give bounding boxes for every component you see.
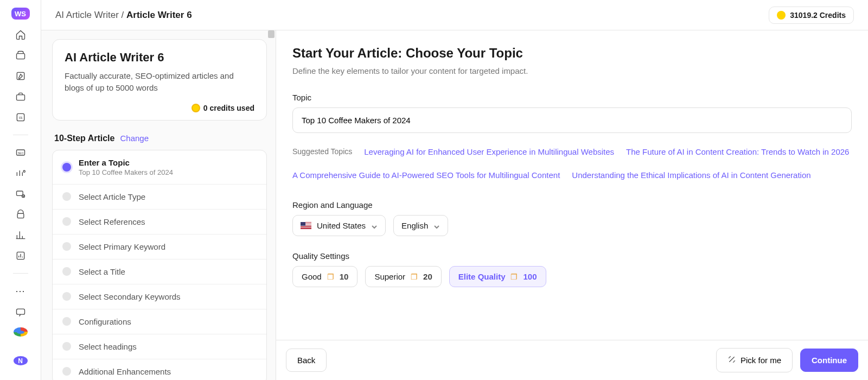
step-row[interactable]: Enter a TopicTop 10 Coffee Makers of 202…: [53, 150, 266, 185]
edit-icon[interactable]: [15, 71, 27, 81]
chevron-down-icon: [433, 223, 440, 229]
sidebar-nav: WS cs SEO ⋯ N: [0, 0, 41, 380]
continue-button[interactable]: Continue: [800, 349, 858, 372]
home-icon[interactable]: [15, 29, 27, 40]
seo-icon[interactable]: SEO: [15, 147, 27, 158]
credits-pill[interactable]: 31019.2 Credits: [769, 7, 854, 24]
chevron-down-icon: [371, 223, 378, 229]
step-row[interactable]: Select Article Type: [53, 185, 266, 210]
step-bullet-icon: [62, 217, 71, 226]
more-icon[interactable]: ⋯: [15, 285, 26, 297]
change-link[interactable]: Change: [120, 134, 149, 143]
wand-icon: [727, 355, 736, 365]
product-card: AI Article Writer 6 Factually accurate, …: [52, 39, 267, 121]
suggested-topic-link[interactable]: Leveraging AI for Enhanced User Experien…: [364, 143, 614, 161]
svg-rect-2: [16, 95, 24, 100]
stack-icon: ❐: [510, 273, 518, 281]
app-logo[interactable]: WS: [11, 8, 30, 20]
steps-header: 10-Step Article Change: [52, 131, 267, 150]
quality-name: Good: [302, 272, 322, 281]
coin-icon: [192, 104, 200, 112]
step-row[interactable]: Select headings: [53, 334, 266, 359]
suggested-topics: Suggested Topics Leveraging AI for Enhan…: [292, 143, 852, 184]
topic-label: Topic: [292, 93, 852, 102]
quality-cost: 20: [423, 272, 432, 281]
cart-check-icon[interactable]: [15, 188, 27, 199]
suggested-label: Suggested Topics: [292, 143, 352, 160]
step-bullet-icon: [62, 317, 71, 326]
nav-divider: [13, 135, 28, 135]
step-bullet-icon: [62, 163, 71, 172]
product-title: AI Article Writer 6: [65, 50, 254, 65]
step-bullet-icon: [62, 292, 71, 301]
step-label: Select References: [79, 217, 145, 226]
svg-rect-0: [16, 54, 24, 59]
step-label: Additional Enhancements: [79, 367, 171, 376]
chat-icon[interactable]: [15, 307, 27, 318]
step-row[interactable]: Select References: [53, 210, 266, 235]
us-flag-icon: [301, 222, 311, 230]
quality-options: Good❐10Superior❐20Elite Quality❐100: [292, 266, 852, 287]
pick-for-me-button[interactable]: Pick for me: [716, 348, 793, 372]
step-row[interactable]: Select Primary Keyword: [53, 235, 266, 259]
step-label: Select Secondary Keywords: [79, 292, 181, 301]
country-dropdown[interactable]: United States: [292, 215, 386, 236]
svg-text:cs: cs: [18, 116, 22, 119]
quality-option[interactable]: Superior❐20: [365, 266, 441, 287]
step-bullet-icon: [62, 342, 71, 351]
briefcase-icon[interactable]: [15, 91, 27, 102]
breadcrumb-current: Article Writer 6: [126, 10, 192, 20]
breadcrumb-parent[interactable]: AI Article Writer: [55, 10, 119, 20]
step-label: Select a Title: [79, 267, 125, 276]
credits-amount: 31019.2 Credits: [790, 11, 846, 20]
suggested-topic-link[interactable]: The Future of AI in Content Creation: Tr…: [626, 143, 849, 161]
step-row[interactable]: Select Secondary Keywords: [53, 284, 266, 309]
step-row[interactable]: Configurations: [53, 309, 266, 334]
quality-cost: 100: [523, 272, 537, 281]
chrome-icon[interactable]: [14, 327, 28, 337]
breadcrumb: AI Article Writer / Article Writer 6: [55, 10, 192, 21]
footer-bar: Back Pick for me Continue: [276, 340, 868, 380]
analytics-icon[interactable]: [15, 230, 27, 240]
step-label: Select Primary Keyword: [79, 242, 165, 251]
chart-icon[interactable]: [15, 168, 27, 179]
step-label: Enter a Topic: [79, 158, 173, 167]
user-avatar[interactable]: N: [14, 356, 28, 365]
quality-label: Quality Settings: [292, 251, 852, 261]
step-bullet-icon: [62, 242, 71, 251]
step-row[interactable]: Select a Title: [53, 259, 266, 284]
scroll-up-indicator[interactable]: [268, 30, 275, 38]
topbar: AI Article Writer / Article Writer 6 310…: [41, 0, 868, 30]
step-row[interactable]: Additional Enhancements: [53, 359, 266, 381]
step-bullet-icon: [62, 192, 71, 201]
quality-option[interactable]: Good❐10: [292, 266, 358, 287]
credits-icon: [777, 11, 786, 20]
step-sublabel: Top 10 Coffee Makers of 2024: [79, 168, 173, 176]
suggested-topic-link[interactable]: Understanding the Ethical Implications o…: [572, 166, 810, 184]
svg-rect-8: [16, 191, 23, 195]
stack-icon: ❐: [327, 273, 334, 281]
step-bullet-icon: [62, 267, 71, 276]
quality-name: Superior: [374, 272, 405, 281]
topic-input[interactable]: [292, 107, 852, 133]
credits-used: 0 credits used: [65, 104, 254, 112]
product-subtitle: Factually accurate, SEO-optimized articl…: [65, 70, 254, 94]
report-icon[interactable]: [15, 250, 27, 261]
page-title: Start Your Article: Choose Your Topic: [292, 46, 852, 61]
steps-list: Enter a TopicTop 10 Coffee Makers of 202…: [52, 150, 267, 381]
svg-point-7: [23, 170, 25, 172]
quality-option[interactable]: Elite Quality❐100: [449, 266, 546, 287]
quality-cost: 10: [340, 272, 349, 281]
svg-rect-10: [17, 213, 24, 218]
steps-panel: AI Article Writer 6 Factually accurate, …: [41, 30, 276, 380]
bag-icon[interactable]: [15, 209, 27, 220]
archive-icon[interactable]: [15, 50, 27, 61]
suggested-topic-link[interactable]: A Comprehensive Guide to AI-Powered SEO …: [292, 166, 560, 184]
language-dropdown[interactable]: English: [393, 215, 448, 236]
cs-icon[interactable]: cs: [15, 112, 27, 123]
nav-divider: [13, 273, 28, 274]
back-button[interactable]: Back: [286, 349, 327, 372]
quality-name: Elite Quality: [458, 272, 506, 281]
step-label: Configurations: [79, 317, 131, 326]
svg-rect-1: [17, 72, 24, 79]
